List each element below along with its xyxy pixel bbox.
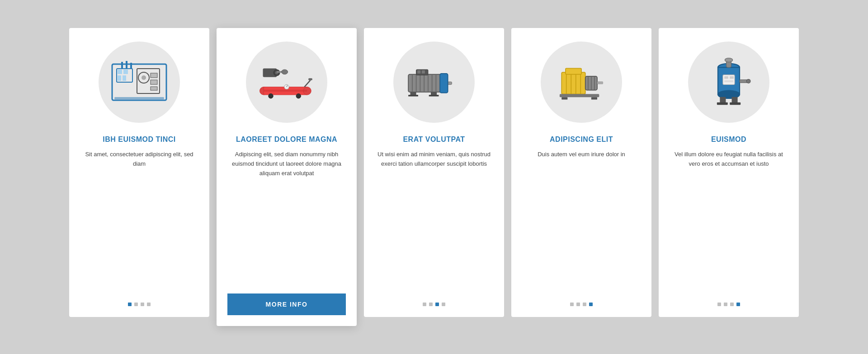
dot-1 (423, 303, 426, 306)
card-2: LAOREET DOLORE MAGNA Adipiscing elit, se… (217, 28, 357, 326)
dot-1 (570, 303, 574, 306)
card-4-title: ADIPISCING ELIT (550, 135, 613, 144)
svg-rect-30 (308, 78, 312, 80)
card-3-text: Ut wisi enim ad minim veniam, quis nostr… (375, 150, 493, 292)
svg-rect-47 (429, 95, 439, 97)
svg-rect-44 (410, 92, 416, 95)
svg-rect-31 (408, 75, 444, 92)
svg-rect-13 (151, 80, 157, 84)
svg-rect-40 (440, 74, 448, 93)
svg-point-72 (746, 79, 750, 83)
svg-rect-43 (422, 70, 425, 74)
svg-rect-14 (151, 87, 157, 90)
svg-rect-59 (560, 94, 599, 97)
svg-rect-75 (717, 102, 728, 105)
card-1-text: Sit amet, consectetuer adipiscing elit, … (80, 150, 198, 292)
card-2-text: Adipiscing elit, sed diam nonummy nibh e… (227, 150, 346, 284)
dot-3 (141, 303, 144, 306)
svg-rect-42 (417, 70, 420, 74)
card-4: ADIPISCING ELIT Duis autem vel eum iriur… (511, 28, 651, 317)
svg-rect-74 (732, 97, 738, 103)
dot-3 (435, 303, 439, 306)
svg-rect-7 (126, 61, 127, 69)
svg-rect-58 (597, 81, 603, 84)
more-info-button[interactable]: MORE INFO (227, 293, 346, 315)
card-1-dots (128, 303, 151, 306)
svg-rect-53 (566, 68, 581, 74)
svg-rect-4 (118, 75, 121, 81)
card-2-title: LAOREET DOLORE MAGNA (236, 135, 337, 144)
card-1-title: IBH EUISMOD TINCI (103, 135, 175, 144)
dot-4 (147, 303, 151, 306)
svg-point-70 (725, 58, 732, 62)
card-4-text: Duis autem vel eum iriure dolor in (538, 150, 625, 292)
svg-rect-61 (591, 97, 597, 99)
svg-rect-46 (408, 95, 418, 97)
svg-point-27 (269, 93, 274, 98)
dot-4 (442, 303, 445, 306)
card-5-title: EUISMOD (711, 135, 746, 144)
dot-2 (724, 303, 727, 306)
svg-rect-12 (151, 73, 157, 78)
card-1: IBH EUISMOD TINCI Sit amet, consectetuer… (69, 28, 209, 317)
svg-rect-67 (730, 76, 734, 79)
svg-rect-48 (561, 72, 585, 94)
dot-1 (717, 303, 721, 306)
card-5-text: Vel illum dolore eu feugiat nulla facili… (670, 150, 788, 292)
card-4-image (541, 42, 622, 123)
card-3-title: ERAT VOLUTPAT (403, 135, 465, 144)
svg-point-28 (296, 93, 301, 98)
svg-rect-68 (724, 80, 733, 82)
svg-rect-73 (720, 97, 726, 103)
dot-1 (128, 303, 132, 306)
card-5-dots (717, 303, 740, 306)
svg-rect-76 (730, 102, 741, 105)
svg-rect-45 (431, 92, 437, 95)
dot-2 (576, 303, 580, 306)
svg-point-20 (282, 70, 288, 75)
dot-4 (736, 303, 740, 306)
card-5-image (688, 42, 769, 123)
dot-2 (134, 303, 138, 306)
svg-rect-65 (723, 75, 735, 85)
svg-point-11 (142, 75, 146, 80)
card-3: ERAT VOLUTPAT Ut wisi enim ad minim veni… (364, 28, 504, 317)
svg-rect-6 (121, 62, 123, 69)
dot-3 (730, 303, 734, 306)
card-1-image (99, 42, 180, 123)
svg-rect-66 (724, 76, 728, 79)
svg-rect-2 (118, 70, 122, 74)
cards-container: IBH EUISMOD TINCI Sit amet, consectetuer… (27, 28, 841, 326)
svg-rect-60 (561, 97, 567, 99)
dot-4 (589, 303, 593, 306)
svg-rect-24 (264, 90, 307, 92)
dot-2 (429, 303, 433, 306)
card-2-image (246, 42, 327, 123)
svg-rect-15 (114, 97, 164, 99)
svg-rect-8 (130, 63, 132, 69)
card-5: EUISMOD Vel illum dolore eu feugiat null… (659, 28, 799, 317)
card-4-dots (570, 303, 593, 306)
card-3-dots (423, 303, 445, 306)
dot-3 (583, 303, 586, 306)
svg-rect-5 (123, 75, 126, 81)
card-3-image (393, 42, 475, 123)
svg-rect-3 (123, 70, 128, 74)
svg-line-29 (304, 80, 310, 87)
